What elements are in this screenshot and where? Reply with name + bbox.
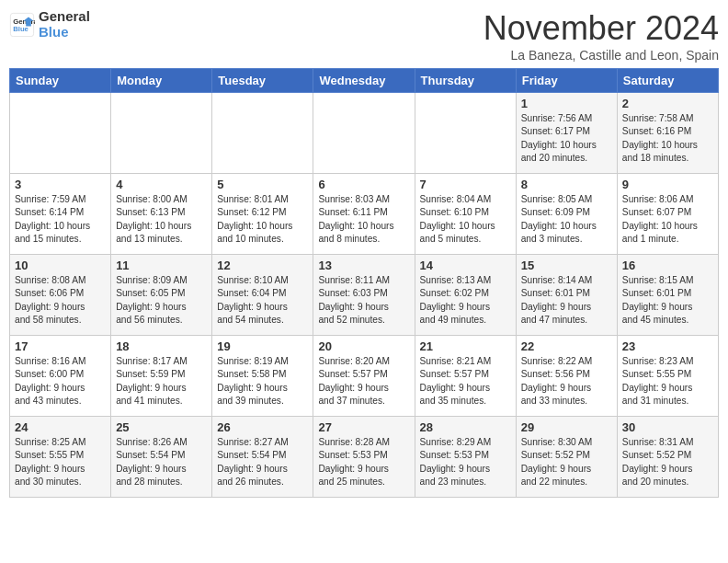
weekday-friday: Friday xyxy=(516,69,617,93)
weekday-sunday: Sunday xyxy=(10,69,111,93)
day-info: Sunrise: 8:19 AM Sunset: 5:58 PM Dayligh… xyxy=(217,355,308,408)
calendar-cell: 14Sunrise: 8:13 AM Sunset: 6:02 PM Dayli… xyxy=(415,255,516,336)
day-info: Sunrise: 7:56 AM Sunset: 6:17 PM Dayligh… xyxy=(521,112,612,165)
day-number: 22 xyxy=(521,339,612,353)
day-number: 2 xyxy=(622,97,713,110)
calendar-cell: 8Sunrise: 8:05 AM Sunset: 6:09 PM Daylig… xyxy=(516,174,617,255)
day-number: 13 xyxy=(318,259,409,272)
day-number: 12 xyxy=(217,259,308,272)
day-number: 6 xyxy=(318,178,409,191)
calendar-cell: 29Sunrise: 8:30 AM Sunset: 5:52 PM Dayli… xyxy=(516,417,617,498)
day-number: 9 xyxy=(622,178,713,191)
day-info: Sunrise: 8:14 AM Sunset: 6:01 PM Dayligh… xyxy=(521,274,612,327)
day-info: Sunrise: 8:05 AM Sunset: 6:09 PM Dayligh… xyxy=(521,193,612,246)
day-info: Sunrise: 8:27 AM Sunset: 5:54 PM Dayligh… xyxy=(217,436,308,488)
weekday-tuesday: Tuesday xyxy=(212,69,313,93)
day-info: Sunrise: 8:17 AM Sunset: 5:59 PM Dayligh… xyxy=(116,355,207,408)
day-number: 1 xyxy=(521,97,612,110)
weekday-thursday: Thursday xyxy=(415,69,516,93)
day-info: Sunrise: 8:01 AM Sunset: 6:12 PM Dayligh… xyxy=(217,193,308,246)
calendar-cell: 28Sunrise: 8:29 AM Sunset: 5:53 PM Dayli… xyxy=(415,417,516,498)
calendar-cell: 16Sunrise: 8:15 AM Sunset: 6:01 PM Dayli… xyxy=(617,255,718,336)
day-number: 4 xyxy=(116,178,207,191)
day-number: 21 xyxy=(420,339,511,353)
title-block: November 2024 La Baneza, Castille and Le… xyxy=(483,9,719,63)
calendar-cell xyxy=(212,93,313,174)
calendar-cell: 15Sunrise: 8:14 AM Sunset: 6:01 PM Dayli… xyxy=(516,255,617,336)
day-info: Sunrise: 8:15 AM Sunset: 6:01 PM Dayligh… xyxy=(622,274,713,327)
day-number: 30 xyxy=(622,420,713,434)
location: La Baneza, Castille and Leon, Spain xyxy=(483,48,719,63)
calendar-cell: 1Sunrise: 7:56 AM Sunset: 6:17 PM Daylig… xyxy=(516,93,617,174)
day-number: 23 xyxy=(622,339,713,353)
day-number: 20 xyxy=(318,339,409,353)
svg-text:General: General xyxy=(13,17,35,25)
day-number: 19 xyxy=(217,339,308,353)
day-number: 24 xyxy=(15,420,106,434)
day-info: Sunrise: 8:20 AM Sunset: 5:57 PM Dayligh… xyxy=(318,355,409,408)
day-number: 25 xyxy=(116,420,207,434)
day-info: Sunrise: 8:08 AM Sunset: 6:06 PM Dayligh… xyxy=(15,274,106,327)
month-title: November 2024 xyxy=(483,9,719,48)
weekday-saturday: Saturday xyxy=(617,69,718,93)
calendar-cell xyxy=(10,93,111,174)
calendar-cell: 18Sunrise: 8:17 AM Sunset: 5:59 PM Dayli… xyxy=(111,336,212,417)
day-info: Sunrise: 8:23 AM Sunset: 5:55 PM Dayligh… xyxy=(622,355,713,408)
day-info: Sunrise: 8:03 AM Sunset: 6:11 PM Dayligh… xyxy=(318,193,409,246)
week-row-2: 3Sunrise: 7:59 AM Sunset: 6:14 PM Daylig… xyxy=(10,174,719,255)
logo-line2: Blue xyxy=(39,25,90,40)
day-info: Sunrise: 8:28 AM Sunset: 5:53 PM Dayligh… xyxy=(318,436,409,488)
calendar-cell: 17Sunrise: 8:16 AM Sunset: 6:00 PM Dayli… xyxy=(10,336,111,417)
calendar-cell: 2Sunrise: 7:58 AM Sunset: 6:16 PM Daylig… xyxy=(617,93,718,174)
day-number: 5 xyxy=(217,178,308,191)
calendar-cell: 19Sunrise: 8:19 AM Sunset: 5:58 PM Dayli… xyxy=(212,336,313,417)
calendar-cell: 22Sunrise: 8:22 AM Sunset: 5:56 PM Dayli… xyxy=(516,336,617,417)
page-header: General Blue General Blue November 2024 … xyxy=(9,9,719,63)
logo-icon: General Blue xyxy=(9,12,35,38)
day-info: Sunrise: 7:59 AM Sunset: 6:14 PM Dayligh… xyxy=(15,193,106,246)
calendar-cell: 23Sunrise: 8:23 AM Sunset: 5:55 PM Dayli… xyxy=(617,336,718,417)
calendar-cell: 3Sunrise: 7:59 AM Sunset: 6:14 PM Daylig… xyxy=(10,174,111,255)
calendar-cell: 30Sunrise: 8:31 AM Sunset: 5:52 PM Dayli… xyxy=(617,417,718,498)
day-info: Sunrise: 8:04 AM Sunset: 6:10 PM Dayligh… xyxy=(420,193,511,246)
calendar-cell: 20Sunrise: 8:20 AM Sunset: 5:57 PM Dayli… xyxy=(313,336,415,417)
day-number: 14 xyxy=(420,259,511,272)
calendar-cell: 7Sunrise: 8:04 AM Sunset: 6:10 PM Daylig… xyxy=(415,174,516,255)
day-info: Sunrise: 8:26 AM Sunset: 5:54 PM Dayligh… xyxy=(116,436,207,488)
week-row-4: 17Sunrise: 8:16 AM Sunset: 6:00 PM Dayli… xyxy=(10,336,719,417)
day-number: 16 xyxy=(622,259,713,272)
day-number: 15 xyxy=(521,259,612,272)
logo-line1: General xyxy=(39,9,90,25)
calendar-cell: 21Sunrise: 8:21 AM Sunset: 5:57 PM Dayli… xyxy=(415,336,516,417)
day-info: Sunrise: 8:31 AM Sunset: 5:52 PM Dayligh… xyxy=(622,436,713,488)
day-info: Sunrise: 8:22 AM Sunset: 5:56 PM Dayligh… xyxy=(521,355,612,408)
calendar-cell: 26Sunrise: 8:27 AM Sunset: 5:54 PM Dayli… xyxy=(212,417,313,498)
week-row-5: 24Sunrise: 8:25 AM Sunset: 5:55 PM Dayli… xyxy=(10,417,719,498)
week-row-3: 10Sunrise: 8:08 AM Sunset: 6:06 PM Dayli… xyxy=(10,255,719,336)
weekday-wednesday: Wednesday xyxy=(313,69,415,93)
calendar-cell: 6Sunrise: 8:03 AM Sunset: 6:11 PM Daylig… xyxy=(313,174,415,255)
logo: General Blue General Blue xyxy=(9,9,90,40)
day-info: Sunrise: 8:09 AM Sunset: 6:05 PM Dayligh… xyxy=(116,274,207,327)
calendar-cell: 4Sunrise: 8:00 AM Sunset: 6:13 PM Daylig… xyxy=(111,174,212,255)
calendar-cell: 27Sunrise: 8:28 AM Sunset: 5:53 PM Dayli… xyxy=(313,417,415,498)
weekday-header-row: SundayMondayTuesdayWednesdayThursdayFrid… xyxy=(10,69,719,93)
weekday-monday: Monday xyxy=(111,69,212,93)
calendar: SundayMondayTuesdayWednesdayThursdayFrid… xyxy=(9,68,719,498)
day-info: Sunrise: 7:58 AM Sunset: 6:16 PM Dayligh… xyxy=(622,112,713,165)
calendar-cell: 10Sunrise: 8:08 AM Sunset: 6:06 PM Dayli… xyxy=(10,255,111,336)
calendar-cell: 9Sunrise: 8:06 AM Sunset: 6:07 PM Daylig… xyxy=(617,174,718,255)
calendar-cell: 5Sunrise: 8:01 AM Sunset: 6:12 PM Daylig… xyxy=(212,174,313,255)
day-number: 28 xyxy=(420,420,511,434)
day-info: Sunrise: 8:10 AM Sunset: 6:04 PM Dayligh… xyxy=(217,274,308,327)
day-info: Sunrise: 8:11 AM Sunset: 6:03 PM Dayligh… xyxy=(318,274,409,327)
calendar-cell: 12Sunrise: 8:10 AM Sunset: 6:04 PM Dayli… xyxy=(212,255,313,336)
day-info: Sunrise: 8:06 AM Sunset: 6:07 PM Dayligh… xyxy=(622,193,713,246)
calendar-cell xyxy=(313,93,415,174)
day-info: Sunrise: 8:16 AM Sunset: 6:00 PM Dayligh… xyxy=(15,355,106,408)
calendar-cell xyxy=(415,93,516,174)
day-number: 10 xyxy=(15,259,106,272)
day-info: Sunrise: 8:25 AM Sunset: 5:55 PM Dayligh… xyxy=(15,436,106,488)
day-info: Sunrise: 8:13 AM Sunset: 6:02 PM Dayligh… xyxy=(420,274,511,327)
day-info: Sunrise: 8:00 AM Sunset: 6:13 PM Dayligh… xyxy=(116,193,207,246)
